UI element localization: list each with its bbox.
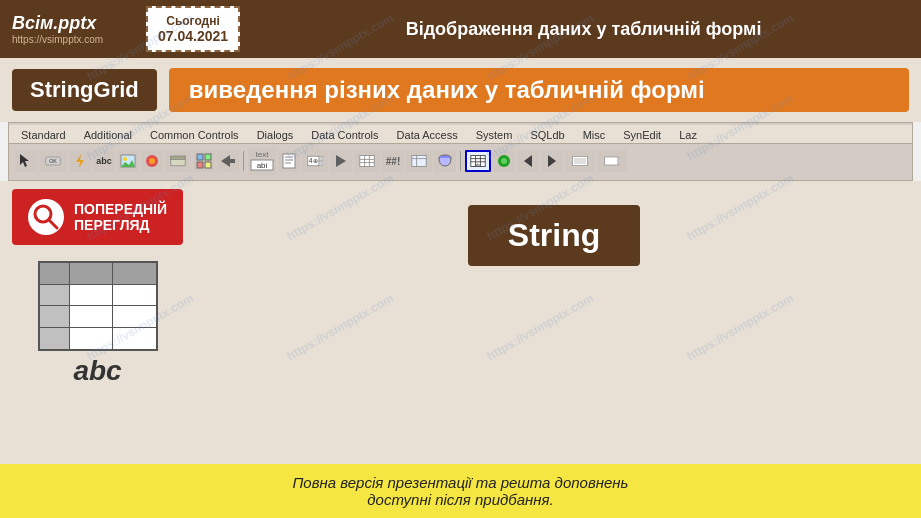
svg-text:abi: abi — [257, 161, 268, 170]
separator-2 — [460, 151, 461, 171]
abc-label: abc — [73, 355, 121, 387]
imagelist-icon[interactable] — [193, 150, 215, 172]
preview-line1: ПОПЕРЕДНІЙ — [74, 201, 167, 217]
svg-rect-23 — [319, 156, 323, 161]
svg-rect-26 — [360, 155, 374, 166]
grid-preview — [38, 261, 158, 351]
preview-line2: ПЕРЕГЛЯД — [74, 217, 167, 233]
svg-marker-3 — [76, 154, 84, 168]
main-container: https://vsimpptx.com https://vsimpptx.co… — [0, 0, 921, 518]
svg-point-7 — [149, 158, 155, 164]
svg-rect-50 — [618, 157, 620, 165]
svg-marker-14 — [221, 155, 235, 167]
right-area: String — [199, 189, 909, 266]
string-badge: String — [468, 205, 640, 266]
date-label: Сьогодні — [166, 14, 220, 28]
tab-laz[interactable]: Laz — [671, 127, 705, 143]
preview-icon — [28, 199, 64, 235]
notice-line2: доступні після придбання. — [20, 491, 901, 508]
label-icon[interactable]: abc — [93, 150, 115, 172]
logo-area: Всім.pptx https://vsimpptx.com — [0, 0, 140, 58]
tab-data-access[interactable]: Data Access — [389, 127, 466, 143]
svg-line-52 — [49, 220, 57, 228]
svg-text:abc: abc — [475, 162, 481, 167]
grid-icon[interactable] — [354, 150, 380, 172]
svg-rect-12 — [197, 162, 203, 168]
separator-1 — [243, 151, 244, 171]
hash-icon[interactable]: ##! — [382, 150, 404, 172]
svg-point-5 — [123, 157, 127, 161]
tab-data-controls[interactable]: Data Controls — [303, 127, 386, 143]
stringgrid-icon[interactable]: abc — [465, 150, 491, 172]
logo-title: Всім.pptx — [12, 13, 128, 34]
svg-rect-17 — [283, 154, 295, 168]
text-icon[interactable]: text abi — [248, 147, 276, 175]
arrow-icon[interactable] — [217, 150, 239, 172]
shape-icon[interactable] — [141, 150, 163, 172]
play-icon[interactable] — [330, 150, 352, 172]
tab-system[interactable]: System — [468, 127, 521, 143]
svg-marker-43 — [524, 155, 532, 167]
palette-area: Standard Additional Common Controls Dial… — [8, 122, 913, 181]
palette-tabs: Standard Additional Common Controls Dial… — [9, 125, 912, 144]
tab-dialogs[interactable]: Dialogs — [249, 127, 302, 143]
listbox-icon[interactable] — [565, 150, 595, 172]
svg-marker-0 — [20, 154, 29, 167]
top-bar: Всім.pptx https://vsimpptx.com Сьогодні … — [0, 0, 921, 58]
date-box: Сьогодні 07.04.2021 — [146, 6, 240, 52]
image-icon[interactable] — [117, 150, 139, 172]
svg-rect-11 — [205, 154, 211, 160]
stringgrid-row: StringGrid виведення різних даних у табл… — [0, 58, 921, 122]
tab-misc[interactable]: Misc — [575, 127, 614, 143]
date-value: 07.04.2021 — [158, 28, 228, 44]
logo-url: https://vsimpptx.com — [12, 34, 128, 45]
title-area: Відображення даних у табличній формі — [246, 0, 921, 58]
left-bottom: ПОПЕРЕДНІЙ ПЕРЕГЛЯД — [12, 189, 183, 387]
svg-point-42 — [501, 158, 507, 164]
panel-icon[interactable] — [165, 150, 191, 172]
svg-marker-44 — [548, 155, 556, 167]
tab-synedit[interactable]: SynEdit — [615, 127, 669, 143]
palette-icons: OK abc — [9, 144, 912, 178]
svg-rect-49 — [605, 157, 618, 165]
cursor-icon[interactable] — [15, 150, 37, 172]
svg-rect-10 — [197, 154, 203, 160]
event-icon[interactable] — [69, 150, 91, 172]
datasource-icon[interactable] — [434, 150, 456, 172]
color-icon[interactable] — [493, 150, 515, 172]
tab-additional[interactable]: Additional — [76, 127, 140, 143]
spin-icon[interactable]: 4⊕ — [302, 150, 328, 172]
stringgrid-badge: StringGrid — [12, 69, 157, 111]
bottom-notice: Повна версія презентації та решта доповн… — [0, 462, 921, 518]
memo-icon[interactable] — [278, 150, 300, 172]
notice-line1: Повна версія презентації та решта доповн… — [20, 474, 901, 491]
bottom-section: ПОПЕРЕДНІЙ ПЕРЕГЛЯД — [0, 181, 921, 462]
dbgrid-icon[interactable] — [406, 150, 432, 172]
page-title: Відображення даних у табличній формі — [406, 19, 762, 40]
tab-standard[interactable]: Standard — [13, 127, 74, 143]
ok-button-icon[interactable]: OK — [39, 150, 67, 172]
svg-rect-13 — [205, 162, 211, 168]
svg-text:OK: OK — [49, 158, 57, 164]
preview-button[interactable]: ПОПЕРЕДНІЙ ПЕРЕГЛЯД — [12, 189, 183, 245]
edit2-icon[interactable] — [597, 150, 627, 172]
svg-rect-24 — [319, 161, 323, 166]
svg-rect-9 — [171, 156, 185, 159]
nav-right-icon[interactable] — [541, 150, 563, 172]
tab-sqldb[interactable]: SQLdb — [522, 127, 572, 143]
nav-left-icon[interactable] — [517, 150, 539, 172]
svg-rect-31 — [412, 155, 426, 166]
svg-marker-25 — [336, 155, 346, 167]
stringgrid-description: виведення різних даних у табличній формі — [169, 68, 909, 112]
tab-common-controls[interactable]: Common Controls — [142, 127, 247, 143]
svg-text:4⊕: 4⊕ — [309, 157, 318, 164]
